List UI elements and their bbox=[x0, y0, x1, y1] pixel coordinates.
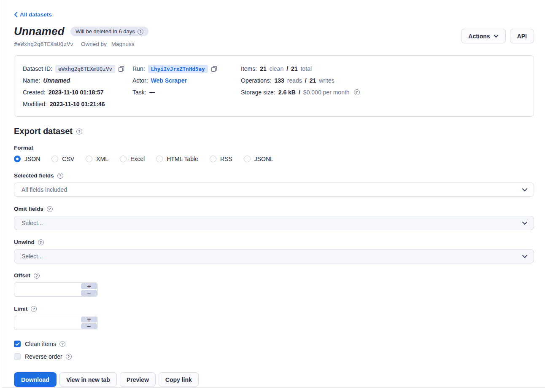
preview-button[interactable]: Preview bbox=[120, 372, 156, 387]
help-icon[interactable]: ? bbox=[38, 239, 44, 245]
unwind-label: Unwind ? bbox=[14, 239, 534, 245]
writes-value: 21 bbox=[310, 77, 316, 84]
actions-button[interactable]: Actions bbox=[461, 29, 505, 43]
dataset-detail-page: All datasets Unnamed Will be deleted in … bbox=[2, 0, 545, 388]
dataset-id-label: Dataset ID: bbox=[23, 65, 52, 72]
copy-run-id-icon[interactable] bbox=[211, 66, 217, 72]
items-total-value: 21 bbox=[291, 65, 298, 72]
decrement-button[interactable]: − bbox=[81, 290, 97, 296]
omit-fields-label: Omit fields ? bbox=[14, 206, 534, 212]
radio-label: HTML Table bbox=[167, 156, 198, 162]
format-radio-rss[interactable]: RSS bbox=[210, 156, 232, 162]
run-id-badge[interactable]: LhyiIvJrxZTnHd5ay bbox=[148, 65, 208, 73]
actor-link[interactable]: Web Scraper bbox=[151, 77, 187, 84]
writes-word: writes bbox=[319, 77, 335, 84]
items-clean-value: 21 bbox=[260, 65, 267, 72]
actor-label: Actor: bbox=[132, 77, 148, 84]
storage-cost-value: $0.000 per month bbox=[303, 89, 350, 96]
help-icon[interactable]: ? bbox=[138, 29, 143, 35]
radio-label: RSS bbox=[220, 156, 232, 162]
radio-icon bbox=[244, 156, 251, 162]
help-icon[interactable]: ? bbox=[76, 129, 82, 134]
help-icon[interactable]: ? bbox=[34, 273, 40, 279]
unwind-label-text: Unwind bbox=[14, 239, 35, 245]
decrement-button[interactable]: − bbox=[81, 323, 97, 329]
reverse-order-row: Reverse order ? bbox=[14, 353, 534, 360]
copy-dataset-id-icon[interactable] bbox=[118, 66, 124, 72]
items-clean-word: clean bbox=[270, 65, 283, 72]
chevron-down-icon bbox=[522, 255, 528, 258]
help-icon[interactable]: ? bbox=[354, 89, 360, 95]
unwind-select[interactable]: Select... bbox=[14, 249, 534, 263]
radio-icon bbox=[120, 156, 127, 162]
selected-fields-label: Selected fields ? bbox=[14, 172, 534, 179]
slash: / bbox=[305, 77, 307, 84]
chevron-down-icon bbox=[522, 221, 528, 225]
format-radio-excel[interactable]: Excel bbox=[120, 156, 145, 162]
radio-label: Excel bbox=[130, 156, 145, 162]
dataset-hash: #eWxhg2q6TEXmUQzVv bbox=[14, 41, 73, 47]
format-radio-html-table[interactable]: HTML Table bbox=[156, 156, 198, 162]
radio-icon bbox=[210, 156, 216, 162]
selected-fields-select[interactable]: All fields included bbox=[14, 183, 534, 197]
format-radio-xml[interactable]: XML bbox=[86, 156, 108, 162]
slash: / bbox=[286, 65, 288, 72]
radio-icon bbox=[51, 156, 58, 162]
format-radio-jsonl[interactable]: JSONL bbox=[244, 156, 273, 162]
help-icon[interactable]: ? bbox=[47, 206, 53, 212]
owned-by-label: Owned by bbox=[81, 41, 107, 47]
breadcrumb-label: All datasets bbox=[20, 11, 52, 18]
api-button[interactable]: API bbox=[510, 29, 534, 43]
reads-value: 133 bbox=[274, 77, 284, 84]
created-label: Created: bbox=[23, 89, 46, 96]
help-icon[interactable]: ? bbox=[57, 173, 63, 179]
limit-label-text: Limit bbox=[14, 306, 27, 312]
reverse-order-label: Reverse order bbox=[25, 353, 62, 360]
increment-button[interactable]: + bbox=[81, 283, 97, 289]
help-icon[interactable]: ? bbox=[66, 354, 72, 360]
increment-button[interactable]: + bbox=[81, 317, 97, 322]
reverse-order-checkbox[interactable] bbox=[14, 353, 21, 360]
items-total-word: total bbox=[301, 65, 312, 72]
page-title: Unnamed bbox=[14, 25, 65, 38]
limit-input-wrap: + − bbox=[14, 316, 98, 330]
operations-label: Operations: bbox=[241, 77, 271, 84]
modified-value: 2023-11-10 01:21:46 bbox=[50, 101, 105, 107]
dataset-info-card: Dataset ID: eWxhg2q6TEXmUQzVv Name: Unna… bbox=[14, 55, 534, 117]
format-radio-json[interactable]: JSON bbox=[14, 156, 40, 162]
radio-label: XML bbox=[96, 156, 108, 162]
unwind-placeholder: Select... bbox=[22, 253, 43, 260]
chevron-left-icon bbox=[14, 12, 18, 17]
items-label: Items: bbox=[241, 65, 257, 72]
clean-items-checkbox[interactable] bbox=[14, 341, 21, 347]
omit-fields-select[interactable]: Select... bbox=[14, 216, 534, 230]
omit-fields-label-text: Omit fields bbox=[14, 206, 43, 212]
task-value: — bbox=[149, 89, 155, 96]
limit-label: Limit ? bbox=[14, 306, 534, 312]
offset-label-text: Offset bbox=[14, 272, 30, 279]
run-label: Run: bbox=[132, 65, 145, 72]
radio-label: JSON bbox=[24, 156, 40, 162]
clean-items-label: Clean items bbox=[25, 341, 56, 347]
help-icon[interactable]: ? bbox=[59, 341, 65, 347]
deletion-badge-label: Will be deleted in 6 days bbox=[76, 28, 135, 35]
breadcrumb-all-datasets[interactable]: All datasets bbox=[14, 0, 52, 18]
chevron-down-icon bbox=[522, 188, 528, 192]
api-button-label: API bbox=[517, 33, 527, 40]
format-label: Format bbox=[14, 145, 534, 151]
download-button[interactable]: Download bbox=[14, 372, 57, 387]
storage-size-value: 2.6 kB bbox=[278, 89, 296, 96]
clean-items-row: Clean items ? bbox=[14, 341, 534, 347]
format-radio-group: JSON CSV XML Excel HTML Table RSS JSONL bbox=[14, 156, 534, 162]
slash: / bbox=[299, 89, 300, 96]
radio-icon bbox=[86, 156, 92, 162]
help-icon[interactable]: ? bbox=[31, 306, 37, 312]
format-radio-csv[interactable]: CSV bbox=[51, 156, 74, 162]
page-header: Unnamed Will be deleted in 6 days ? #eWx… bbox=[14, 25, 534, 47]
export-section-heading: Export dataset ? bbox=[14, 126, 534, 136]
copy-link-button[interactable]: Copy link bbox=[159, 372, 199, 387]
view-in-new-tab-button[interactable]: View in new tab bbox=[59, 372, 117, 387]
modified-label: Modified: bbox=[23, 101, 47, 107]
dataset-id-badge: eWxhg2q6TEXmUQzVv bbox=[55, 65, 115, 73]
radio-selected-icon bbox=[14, 156, 21, 162]
